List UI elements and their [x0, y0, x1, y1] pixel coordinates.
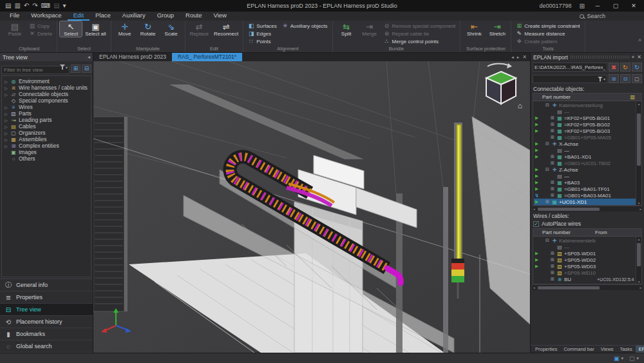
place-play-icon[interactable]: ▶	[534, 186, 540, 191]
import-path-input[interactable]	[533, 63, 607, 72]
measure-distance-button[interactable]: ✎Measure distance	[514, 30, 582, 37]
place-play-icon[interactable]: ▶	[534, 141, 540, 146]
import-row-bu[interactable]: ⊞≋BU+UC01-XD132:5:4	[534, 276, 636, 282]
stretch-button[interactable]: ⇥Stretch	[486, 21, 508, 37]
merge-button[interactable]: ⇥Merge	[359, 21, 381, 37]
redo-icon[interactable]: ↷	[32, 2, 37, 10]
tree-item-complex-entities[interactable]: ▷⊞Complex entities	[2, 142, 91, 149]
expander-icon[interactable]: ⊟	[545, 141, 550, 146]
wires-from-column-header[interactable]: From	[595, 230, 635, 235]
nav-placement-history[interactable]: ⟲Placement history	[0, 316, 93, 328]
place-play-icon[interactable]: ▶	[534, 264, 540, 269]
expander-icon[interactable]: ⊞	[550, 180, 555, 185]
points-button[interactable]: ∷Points	[246, 37, 279, 45]
place-play-icon[interactable]: ▶	[534, 115, 540, 121]
tree-item-images[interactable]: ▣Images	[2, 149, 91, 155]
tree-item-special-components[interactable]: ◇Special components	[2, 97, 91, 104]
tree-item-assemblies[interactable]: ▷▦Assemblies	[2, 136, 91, 142]
import-row-[interactable]: ▶▤—	[534, 173, 636, 179]
view-cube[interactable]	[478, 63, 524, 114]
dock-tab-command-bar[interactable]: Command bar	[560, 346, 598, 353]
expander-icon[interactable]: ⊞	[550, 161, 555, 166]
import-row-gb01-sp05-ma05[interactable]: ⊞▦=GB01+SP05-MA05	[534, 134, 636, 141]
tab-scroll-right-icon[interactable]: ▸	[517, 55, 520, 60]
undo-icon[interactable]: ↶	[24, 2, 29, 10]
dock-tab-tasks[interactable]: Tasks	[617, 346, 636, 353]
tree-item-leading-parts[interactable]: ▷↝Leading parts	[2, 117, 91, 123]
nav-general-info[interactable]: ⓘGeneral info	[0, 279, 93, 291]
close-button[interactable]: ✕	[629, 3, 639, 9]
surfaces-button[interactable]: ◧Surfaces	[246, 22, 279, 30]
expand-tree-button[interactable]: ⊞	[71, 64, 80, 73]
paste-button[interactable]: ▤Paste	[4, 21, 26, 37]
copy-button[interactable]: ▥Copy	[27, 22, 54, 30]
expander-icon[interactable]: ⊞	[550, 193, 555, 198]
print-icon[interactable]: ▤	[53, 2, 59, 10]
customize-icon[interactable]: ▾	[63, 2, 66, 10]
expander-icon[interactable]: ⊞	[550, 270, 555, 275]
menu-place[interactable]: Place	[90, 11, 117, 21]
edit-columns-icon[interactable]: ▥	[630, 94, 635, 100]
tree-item-environment[interactable]: ▷◍Environment	[2, 78, 91, 84]
import-row-kf02-sp05-bg03[interactable]: ▶⊞▦=KF02+SP05-BG03	[534, 128, 636, 134]
expander-icon[interactable]: ⊞	[550, 277, 555, 282]
layout-preset-dropdown-icon[interactable]: ▾	[621, 356, 623, 361]
menu-view[interactable]: View	[207, 11, 232, 21]
tree-item-others[interactable]: ○Others	[2, 155, 91, 162]
import-row-z-achse[interactable]: ▶⊟✛Z-Achse	[534, 166, 636, 173]
import-row-gb01-uc01-tb02[interactable]: ⊞▦=GB01+UC01-TB02	[534, 160, 636, 166]
menu-auxiliary[interactable]: Auxiliary	[117, 11, 151, 21]
place-play-icon[interactable]: ▶	[534, 148, 540, 153]
import-row-[interactable]: ▤—	[534, 244, 636, 250]
menu-edit[interactable]: Edit	[68, 11, 90, 21]
create-pattern-button[interactable]: ❖Create pattern	[514, 37, 582, 45]
ribbon-collapse-icon[interactable]: ˄	[638, 37, 641, 43]
menu-file[interactable]: File	[4, 11, 25, 21]
expander-icon[interactable]: ⊟	[545, 238, 550, 243]
tab-scroll-left-icon[interactable]: ◂	[511, 55, 514, 60]
import-row-kabinenverstellung[interactable]: ⊟✛Kabinenverstellung	[534, 102, 636, 108]
shrink-button[interactable]: ⇤Shrink	[463, 21, 485, 37]
place-play-icon[interactable]: ▶	[534, 128, 540, 133]
tree-item-wires[interactable]: ▷≡Wires	[2, 104, 91, 110]
search-box[interactable]: Search	[580, 12, 605, 21]
expander-icon[interactable]: ▷	[4, 92, 8, 97]
nav-properties[interactable]: ≣Properties	[0, 291, 93, 304]
import-row-gb01-ba01-tf01[interactable]: ▶⊞▦=GB01+BA01-TF01	[534, 186, 636, 192]
import-filter-funnel-icon[interactable]: ▾	[598, 77, 605, 82]
expander-icon[interactable]: ⊞	[550, 128, 555, 133]
place-play-icon[interactable]: ▶	[534, 180, 540, 185]
connectable-horizontal-scrollbar[interactable]: ◂▸	[533, 206, 642, 211]
expander-icon[interactable]: ⊞	[550, 251, 555, 256]
filter-funnel-icon[interactable]: ▾	[60, 64, 68, 70]
place-play-icon[interactable]: ▶	[534, 199, 540, 204]
sync-import-button[interactable]: ↻	[632, 63, 642, 72]
apps-grid-icon[interactable]: ⊞	[580, 3, 585, 10]
nav-tree-view[interactable]: ⊟Tree view	[0, 304, 93, 316]
repeat-cable-tie-button[interactable]: ⊕Repeat cable tie	[382, 30, 458, 37]
move-button[interactable]: ✛Move	[114, 21, 136, 37]
edges-button[interactable]: ◨Edges	[246, 30, 279, 37]
expander-icon[interactable]: ⊞	[550, 283, 555, 284]
tree-item-connectable-objects[interactable]: ▷▱Connectable objects	[2, 91, 91, 97]
import-row-ba01-xd1[interactable]: ▶⊞▦+BA01-XD1	[534, 153, 636, 160]
expander-icon[interactable]: ▷	[4, 105, 8, 110]
document-tab-ras-perforexmt2101[interactable]: RAS_ PerforexMT2101*	[172, 53, 242, 61]
tree-item-organizers[interactable]: ▷▢Organizers	[2, 130, 91, 136]
nav-global-search[interactable]: ◌Global search	[0, 340, 93, 353]
rotate-button[interactable]: ↻Rotate	[137, 21, 159, 37]
select-all-button[interactable]: ▣Select all	[83, 21, 108, 37]
maximize-button[interactable]: ▢	[611, 3, 621, 9]
reconnect-button[interactable]: ⇌Reconnect	[212, 21, 240, 37]
place-selected-button[interactable]: ⊞	[609, 74, 619, 83]
menu-group[interactable]: Group	[151, 11, 180, 21]
import-row-sp05-wd01[interactable]: ▶⊞▧+SP05-WD01	[534, 250, 636, 257]
pin-icon[interactable]: ⌖	[632, 54, 635, 61]
import-row-bu[interactable]: ⊞≋BU+UC01-XD132:6:4	[534, 282, 636, 284]
tab-close-icon[interactable]: ✕	[522, 54, 527, 60]
tree-item-cables[interactable]: ▷▤Cables	[2, 123, 91, 130]
layout-preset-icon[interactable]: ▣	[614, 355, 620, 362]
replace-button[interactable]: ⇄Replace	[188, 21, 211, 37]
collapse-tree-button[interactable]: ⊟	[82, 64, 91, 73]
selection-mode-button[interactable]: ▢	[632, 74, 642, 83]
